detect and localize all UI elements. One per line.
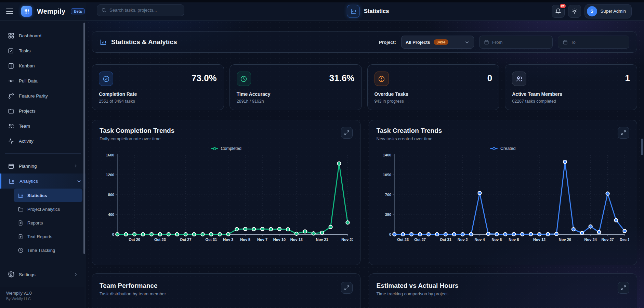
date-to-input[interactable]: To (558, 36, 629, 49)
sidebar-item-dashboard[interactable]: Dashboard (3, 28, 82, 43)
svg-text:Nov 8: Nov 8 (509, 238, 519, 242)
sidebar-item-label: Kanban (19, 63, 35, 68)
project-select[interactable]: All Projects 3494 (401, 36, 474, 49)
sidebar-item-team[interactable]: Team (3, 118, 82, 133)
user-menu[interactable]: S Super Admin (584, 4, 632, 18)
app-logo-icon (21, 6, 32, 17)
card-subtitle: Task distribution by team member (100, 291, 166, 296)
statistics-icon (347, 5, 360, 18)
sidebar-item-label: Reports (27, 220, 43, 226)
stat-label: Active Team Members (512, 91, 630, 97)
line-chart-completed: 040080012001600Oct 20Oct 23Oct 27Oct 31N… (100, 152, 353, 245)
svg-text:400: 400 (108, 213, 114, 217)
sidebar-item-feature-parity[interactable]: Feature Parity (3, 88, 82, 103)
expand-button[interactable] (618, 127, 629, 139)
sidebar: Dashboard Tasks Kanban Pull Data Feature… (0, 21, 86, 308)
svg-text:0: 0 (389, 232, 391, 236)
sidebar-subitem-statistics[interactable]: Statistics (14, 189, 82, 202)
user-name: Super Admin (601, 9, 626, 14)
sidebar-item-settings[interactable]: Settings (3, 267, 82, 282)
topbar-actions: 9+ S Super Admin (552, 2, 644, 18)
sidebar-item-kanban[interactable]: Kanban (3, 58, 82, 73)
card-title: Team Performance (100, 282, 166, 290)
folder-icon (8, 108, 14, 114)
users-icon (512, 72, 526, 86)
main-content: Statistics & Analytics Project: All Proj… (86, 21, 644, 308)
file-text-icon (18, 220, 24, 226)
expand-button[interactable] (341, 282, 353, 294)
file-type-icon (18, 234, 24, 240)
expand-button[interactable] (618, 282, 629, 294)
svg-text:800: 800 (108, 193, 114, 197)
legend-marker (211, 148, 218, 149)
svg-text:1600: 1600 (106, 153, 115, 157)
calendar-icon (484, 40, 489, 45)
svg-text:Nov 2: Nov 2 (457, 238, 468, 242)
menu-button[interactable] (6, 6, 16, 16)
sun-icon (571, 8, 578, 14)
chart-title: Task Creation Trends (377, 127, 442, 134)
sidebar-item-analytics[interactable]: Analytics (0, 174, 86, 189)
chart-card-task-completion: Task Completion Trends Daily completion … (92, 120, 360, 265)
svg-text:700: 700 (385, 193, 391, 197)
sidebar-item-projects[interactable]: Projects (3, 103, 82, 118)
page-scrollbar-thumb[interactable] (641, 139, 643, 155)
sidebar-item-planning[interactable]: Planning (3, 158, 82, 174)
users-icon (8, 123, 14, 129)
date-from-input[interactable]: From (479, 36, 553, 49)
sidebar-subitem-time-tracking[interactable]: Time Tracking (14, 243, 82, 257)
section-title: Statistics & Analytics (111, 38, 177, 46)
legend-marker (490, 148, 498, 149)
stat-value: 0 (487, 72, 492, 82)
svg-text:Dec 1: Dec 1 (619, 238, 629, 242)
expand-button[interactable] (341, 127, 353, 139)
sidebar-scrollbar[interactable] (83, 23, 85, 254)
bell-icon (555, 8, 561, 14)
stat-card-time-accuracy: 31.6% Time Accuracy 2891h / 9162h (229, 64, 362, 110)
sidebar-item-label: Settings (19, 272, 36, 277)
svg-text:Nov 20: Nov 20 (558, 238, 571, 242)
svg-text:Oct 31: Oct 31 (439, 238, 451, 242)
card-title: Estimated vs Actual Hours (377, 282, 459, 290)
sidebar-divider (5, 153, 81, 154)
git-commit-icon (8, 78, 14, 84)
topbar-brand-section: Wempily Beta (0, 0, 86, 20)
chevron-right-icon (73, 164, 78, 168)
date-to-placeholder: To (571, 40, 576, 45)
stat-label: Time Accuracy (237, 91, 355, 97)
project-count-badge: 3494 (434, 39, 449, 45)
theme-toggle-button[interactable] (568, 5, 581, 18)
stat-card-active-members: 1 Active Team Members 02267 tasks comple… (505, 64, 637, 110)
sidebar-subitem-reports[interactable]: Reports (14, 216, 82, 230)
project-select-value: All Projects (406, 40, 430, 45)
search-input[interactable] (109, 8, 180, 13)
notification-badge: 9+ (559, 3, 566, 9)
sidebar-subitem-project-analytics[interactable]: Project Analytics (14, 202, 82, 216)
sidebar-item-tasks[interactable]: Tasks (3, 43, 82, 58)
search-bar[interactable] (97, 4, 184, 16)
svg-text:350: 350 (385, 213, 391, 217)
sidebar-item-label: Dashboard (19, 33, 41, 38)
svg-text:Oct 23: Oct 23 (154, 238, 166, 242)
sidebar-item-label: Tasks (19, 48, 31, 53)
date-from-placeholder: From (492, 40, 502, 45)
sidebar-divider (5, 262, 81, 262)
sidebar-item-activity[interactable]: Activity (3, 133, 82, 149)
expand-icon (344, 130, 350, 136)
dots-grid-icon (24, 8, 30, 14)
card-team-performance: Team Performance Task distribution by te… (92, 273, 360, 308)
svg-text:Nov 10: Nov 10 (273, 238, 286, 242)
legend-label: Created (500, 146, 515, 151)
notifications-button[interactable]: 9+ (552, 5, 565, 18)
stat-card-overdue-tasks: 0 Overdue Tasks 943 in progress (367, 64, 500, 110)
sidebar-subitem-text-reports[interactable]: Text Reports (14, 230, 82, 243)
sidebar-footer: Wempily v1.0 By Wekify LLC (0, 287, 84, 308)
line-chart-created: 035070010501400Oct 23Oct 27Oct 31Nov 2No… (377, 152, 630, 245)
app-window: Wempily Beta Statistics 9+ S Super Admin (0, 0, 644, 308)
svg-text:Nov 21: Nov 21 (316, 238, 328, 242)
stat-value: 73.0% (192, 72, 217, 82)
sidebar-item-pull-data[interactable]: Pull Data (3, 73, 82, 88)
sidebar-item-label: Feature Parity (19, 93, 48, 99)
chevron-down-icon (464, 40, 470, 45)
svg-text:Nov 12: Nov 12 (533, 238, 545, 242)
